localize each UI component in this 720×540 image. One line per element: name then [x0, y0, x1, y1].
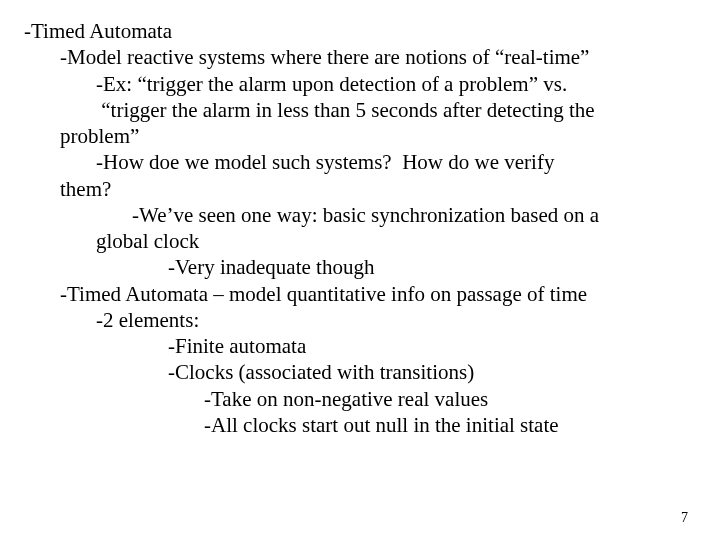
outline-line: -Timed Automata – model quantitative inf… [60, 281, 696, 307]
slide-page: -Timed Automata -Model reactive systems … [0, 0, 720, 540]
outline-line: -2 elements: [96, 307, 696, 333]
outline-line: -Clocks (associated with transitions) [168, 359, 696, 385]
outline-line: problem” [60, 123, 696, 149]
outline-line: -Finite automata [168, 333, 696, 359]
outline-line: -All clocks start out null in the initia… [204, 412, 696, 438]
outline-line: -Model reactive systems where there are … [60, 44, 696, 70]
outline-line: “trigger the alarm in less than 5 second… [96, 97, 696, 123]
page-number: 7 [681, 509, 688, 527]
outline-line: -Ex: “trigger the alarm upon detection o… [96, 71, 696, 97]
outline-line: -Very inadequate though [168, 254, 696, 280]
outline-line: -Timed Automata [24, 18, 696, 44]
outline-line: -How doe we model such systems? How do w… [96, 149, 696, 175]
outline-line: them? [60, 176, 696, 202]
outline-line: -Take on non-negative real values [204, 386, 696, 412]
outline-line: -We’ve seen one way: basic synchronizati… [132, 202, 696, 228]
outline-line: global clock [96, 228, 696, 254]
